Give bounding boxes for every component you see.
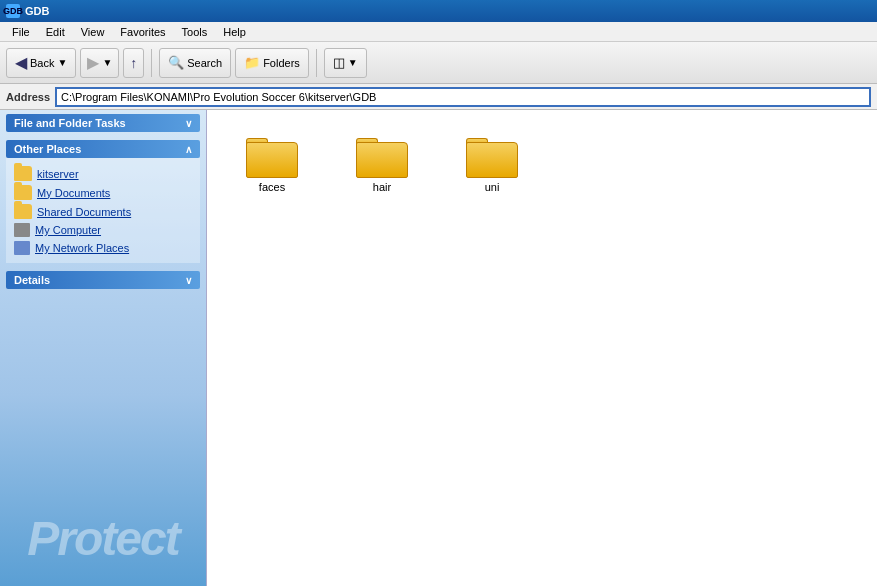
content-area: faces hair uni (207, 110, 877, 586)
app-icon: GDB (6, 4, 20, 18)
up-arrow-icon: ↑ (130, 55, 137, 71)
toolbar: ◀ Back ▼ ▶ ▼ ↑ 🔍 Search 📁 Folders ◫ ▼ (0, 42, 877, 84)
sidebar-watermark: Protect (0, 386, 206, 586)
search-label: Search (187, 57, 222, 69)
folders-icon: 📁 (244, 55, 260, 70)
folder-faces-label: faces (259, 181, 285, 193)
address-bar: Address (0, 84, 877, 110)
folder-hair-icon (356, 134, 408, 178)
back-chevron-icon: ▼ (57, 57, 67, 68)
forward-arrow-icon: ▶ (87, 53, 99, 72)
menu-view[interactable]: View (73, 24, 113, 40)
menu-favorites[interactable]: Favorites (112, 24, 173, 40)
shared-documents-folder-icon (14, 204, 32, 219)
address-input[interactable] (55, 87, 871, 107)
back-label: Back (30, 57, 54, 69)
folder-hair-label: hair (373, 181, 391, 193)
sidebar: File and Folder Tasks ∨ Other Places ∧ k… (0, 110, 207, 586)
folders-label: Folders (263, 57, 300, 69)
menu-tools[interactable]: Tools (174, 24, 216, 40)
my-computer-label: My Computer (35, 224, 101, 236)
my-computer-icon (14, 223, 30, 237)
watermark-text: Protect (27, 511, 178, 566)
back-button[interactable]: ◀ Back ▼ (6, 48, 76, 78)
details-label: Details (14, 274, 50, 286)
kitserver-label: kitserver (37, 168, 79, 180)
my-network-places-label: My Network Places (35, 242, 129, 254)
link-my-network-places[interactable]: My Network Places (14, 239, 192, 257)
folder-hair[interactable]: hair (337, 130, 427, 197)
my-network-places-icon (14, 241, 30, 255)
file-folder-tasks-section: File and Folder Tasks ∨ (6, 114, 200, 132)
link-my-computer[interactable]: My Computer (14, 221, 192, 239)
details-section: Details ∨ (6, 271, 200, 289)
file-folder-tasks-label: File and Folder Tasks (14, 117, 126, 129)
up-button[interactable]: ↑ (123, 48, 144, 78)
window-title: GDB (25, 5, 49, 17)
other-places-header[interactable]: Other Places ∧ (6, 140, 200, 158)
other-places-content: kitserver My Documents Shared Documents … (6, 158, 200, 263)
menu-edit[interactable]: Edit (38, 24, 73, 40)
view-button[interactable]: ◫ ▼ (324, 48, 367, 78)
search-icon: 🔍 (168, 55, 184, 70)
folder-faces-icon (246, 134, 298, 178)
menu-file[interactable]: File (4, 24, 38, 40)
folder-uni[interactable]: uni (447, 130, 537, 197)
toolbar-separator-2 (316, 49, 317, 77)
menu-help[interactable]: Help (215, 24, 254, 40)
link-shared-documents[interactable]: Shared Documents (14, 202, 192, 221)
my-documents-label: My Documents (37, 187, 110, 199)
kitserver-folder-icon (14, 166, 32, 181)
file-folder-tasks-chevron: ∨ (185, 118, 192, 129)
folder-uni-label: uni (485, 181, 500, 193)
other-places-label: Other Places (14, 143, 81, 155)
fwd-chevron-icon: ▼ (102, 57, 112, 68)
forward-button[interactable]: ▶ ▼ (80, 48, 119, 78)
details-chevron: ∨ (185, 275, 192, 286)
view-chevron-icon: ▼ (348, 57, 358, 68)
other-places-section: Other Places ∧ kitserver My Documents Sh… (6, 140, 200, 263)
title-bar: GDB GDB (0, 0, 877, 22)
address-label: Address (6, 91, 50, 103)
folder-faces[interactable]: faces (227, 130, 317, 197)
details-header[interactable]: Details ∨ (6, 271, 200, 289)
view-icon: ◫ (333, 55, 345, 70)
link-kitserver[interactable]: kitserver (14, 164, 192, 183)
search-button[interactable]: 🔍 Search (159, 48, 231, 78)
file-folder-tasks-header[interactable]: File and Folder Tasks ∨ (6, 114, 200, 132)
back-arrow-icon: ◀ (15, 53, 27, 72)
shared-documents-label: Shared Documents (37, 206, 131, 218)
folders-button[interactable]: 📁 Folders (235, 48, 309, 78)
main-layout: File and Folder Tasks ∨ Other Places ∧ k… (0, 110, 877, 586)
other-places-chevron: ∧ (185, 144, 192, 155)
menu-bar: File Edit View Favorites Tools Help (0, 22, 877, 42)
my-documents-folder-icon (14, 185, 32, 200)
link-my-documents[interactable]: My Documents (14, 183, 192, 202)
folder-uni-icon (466, 134, 518, 178)
toolbar-separator-1 (151, 49, 152, 77)
